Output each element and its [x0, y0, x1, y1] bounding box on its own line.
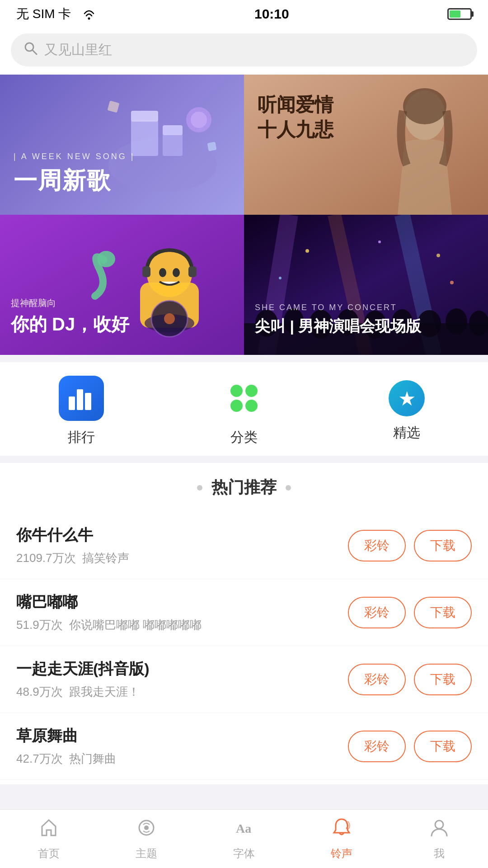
grid-icon: [230, 385, 258, 412]
hot-header: 热门推荐: [0, 476, 488, 499]
download-button-0[interactable]: 下载: [414, 530, 472, 561]
download-button-3[interactable]: 下载: [414, 731, 472, 762]
song-name-1: 嘴巴嘟嘟: [16, 592, 348, 613]
caili-button-3[interactable]: 彩铃: [348, 731, 406, 762]
wifi-icon: [82, 9, 96, 21]
carrier-text: 无 SIM 卡: [16, 5, 96, 23]
nav-item-home[interactable]: 首页: [0, 817, 98, 861]
nav-label-theme: 主题: [136, 846, 157, 861]
song-item-3: 草原舞曲 42.7万次 热门舞曲 彩铃 下载: [0, 713, 488, 780]
nav-label-home: 首页: [38, 846, 60, 861]
svg-point-46: [144, 826, 149, 830]
svg-point-38: [446, 308, 467, 335]
song-info-1: 嘴巴嘟嘟 51.9万次 你说嘴巴嘟嘟 嘟嘟嘟嘟嘟: [16, 592, 348, 633]
ranking-label: 排行: [68, 428, 95, 447]
hot-dot-right: [286, 485, 291, 491]
svg-point-24: [164, 313, 175, 324]
banner-3-sub: 提神醒脑向: [11, 297, 129, 309]
category-icon-wrap: [221, 376, 267, 421]
svg-point-20: [159, 268, 166, 277]
banner-4-title: 尖叫 | 男神演唱会现场版: [255, 316, 421, 337]
song-actions-2: 彩铃 下载: [348, 664, 472, 695]
search-icon: [23, 41, 38, 59]
song-info-0: 你牛什么牛 2109.7万次 搞笑铃声: [16, 525, 348, 566]
song-meta-2: 48.9万次 跟我走天涯！: [16, 684, 348, 700]
banner-1-title: 一周新歌: [14, 165, 135, 197]
banner-3-text: 提神醒脑向 你的 DJ，收好: [11, 297, 129, 337]
svg-rect-18: [142, 266, 150, 277]
caili-button-1[interactable]: 彩铃: [348, 597, 406, 628]
status-bar: 无 SIM 卡 10:10: [0, 0, 488, 26]
nav-item-theme[interactable]: 主题: [98, 817, 195, 861]
svg-point-44: [450, 281, 454, 284]
svg-point-0: [88, 17, 90, 19]
nav-item-ringtone[interactable]: 铃声: [293, 817, 390, 861]
svg-line-2: [33, 50, 37, 54]
ringtone-icon: [331, 817, 352, 843]
svg-point-9: [191, 112, 207, 128]
song-actions-0: 彩铃 下载: [348, 530, 472, 561]
banner-4-sub: SHE CAME TO MY CONCERT: [255, 303, 421, 312]
svg-point-43: [279, 277, 282, 279]
nav-label-me: 我: [434, 846, 445, 861]
status-time: 10:10: [254, 6, 289, 22]
banner-concert[interactable]: SHE CAME TO MY CONCERT 尖叫 | 男神演唱会现场版: [244, 215, 488, 355]
svg-rect-7: [163, 125, 183, 135]
svg-rect-11: [207, 142, 217, 151]
banner-dj[interactable]: 提神醒脑向 你的 DJ，收好: [0, 215, 244, 355]
download-button-2[interactable]: 下载: [414, 664, 472, 695]
svg-rect-4: [131, 120, 158, 156]
status-battery: [447, 8, 472, 20]
category-item-category[interactable]: 分类: [163, 376, 325, 447]
me-icon: [429, 817, 450, 843]
song-info-2: 一起走天涯(抖音版) 48.9万次 跟我走天涯！: [16, 659, 348, 700]
banner-3-title: 你的 DJ，收好: [11, 312, 129, 337]
home-icon: [38, 817, 59, 843]
category-label: 分类: [230, 428, 258, 447]
svg-point-21: [173, 268, 180, 277]
song-name-0: 你牛什么牛: [16, 525, 348, 546]
caili-button-2[interactable]: 彩铃: [348, 664, 406, 695]
svg-point-41: [378, 241, 381, 243]
song-item-0: 你牛什么牛 2109.7万次 搞笑铃声 彩铃 下载: [0, 512, 488, 579]
hot-section: 热门推荐 你牛什么牛 2109.7万次 搞笑铃声 彩铃 下载 嘴巴嘟嘟 51.9…: [0, 463, 488, 784]
song-actions-3: 彩铃 下载: [348, 731, 472, 762]
svg-point-42: [436, 254, 440, 257]
banner-grid: | A WEEK NEW SONG | 一周新歌: [0, 75, 488, 355]
svg-point-48: [435, 821, 443, 829]
font-icon: Aa: [234, 817, 254, 843]
svg-rect-19: [188, 266, 197, 277]
search-placeholder-text: 又见山里红: [44, 41, 112, 59]
nav-item-font[interactable]: Aa 字体: [195, 817, 293, 861]
svg-point-14: [403, 88, 446, 124]
song-meta-3: 42.7万次 热门舞曲: [16, 751, 348, 767]
category-item-featured[interactable]: ★ 精选: [325, 380, 488, 442]
nav-label-ringtone: 铃声: [331, 846, 352, 861]
hot-title: 热门推荐: [211, 476, 277, 499]
category-item-ranking[interactable]: 排行: [0, 376, 163, 447]
song-item-1: 嘴巴嘟嘟 51.9万次 你说嘴巴嘟嘟 嘟嘟嘟嘟嘟 彩铃 下载: [0, 579, 488, 646]
banner-1-text: | A WEEK NEW SONG | 一周新歌: [14, 152, 135, 197]
bar-chart-icon: [69, 387, 94, 410]
song-name-3: 草原舞曲: [16, 726, 348, 746]
svg-point-39: [469, 311, 488, 336]
svg-text:Aa: Aa: [236, 821, 251, 835]
song-meta-1: 51.9万次 你说嘴巴嘟嘟 嘟嘟嘟嘟嘟: [16, 617, 348, 633]
featured-label: 精选: [393, 424, 420, 442]
nav-item-me[interactable]: 我: [390, 817, 488, 861]
hot-dot-left: [197, 485, 202, 491]
ranking-icon-wrap: [59, 376, 104, 421]
banner-weekly-new-song[interactable]: | A WEEK NEW SONG | 一周新歌: [0, 75, 244, 215]
banner-2-title: 听闻爱情 十人九悲: [258, 93, 333, 142]
svg-rect-5: [131, 111, 158, 122]
download-button-1[interactable]: 下载: [414, 597, 472, 628]
battery-icon: [447, 8, 472, 20]
banner-love-song[interactable]: 听闻爱情 十人九悲: [244, 75, 488, 215]
svg-rect-6: [163, 133, 183, 156]
caili-button-0[interactable]: 彩铃: [348, 530, 406, 561]
svg-rect-10: [108, 101, 120, 113]
search-bar[interactable]: 又见山里红: [11, 33, 477, 66]
search-bar-wrap: 又见山里红: [0, 26, 488, 75]
banner-4-text: SHE CAME TO MY CONCERT 尖叫 | 男神演唱会现场版: [255, 303, 421, 337]
svg-point-40: [305, 249, 309, 253]
